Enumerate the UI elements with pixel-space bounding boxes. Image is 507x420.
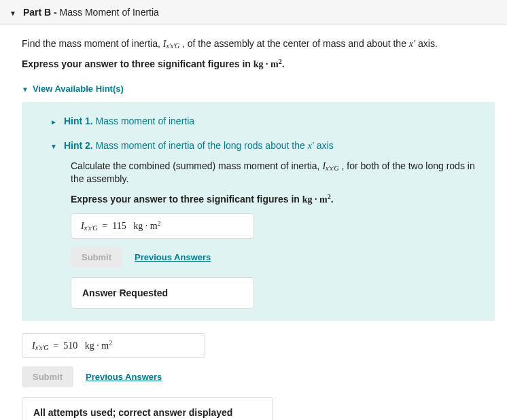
prompt-text: Find the mass moment of inertia, Ix′x′G … [22,37,495,51]
hint-2-submit-button[interactable]: Submit [71,247,122,268]
hint-2-previous-answers-link[interactable]: Previous Answers [135,252,211,262]
part-prefix: Part B - [23,7,57,18]
chevron-down-icon [50,140,57,151]
chevron-down-icon [22,84,29,94]
part-content: Find the mass moment of inertia, Ix′x′G … [0,25,507,420]
hint-2-status: Answer Requested [71,277,254,309]
prompt-pre: Find the mass moment of inertia, [22,38,163,49]
main-answer-block: Ix′x′G = 510 kg · m2 Submit Previous Ans… [22,333,495,420]
part-title: Part B - Mass Moment of Inertia [23,7,159,18]
hint-2-title: Mass moment of inertia of the long rods … [96,140,334,151]
collapse-icon [10,7,16,18]
unit-expr: kg · m2 [254,59,282,69]
hint-2-header[interactable]: Hint 2. Mass moment of inertia of the lo… [33,136,484,156]
main-answer-display: Ix′x′G = 510 kg · m2 [22,333,205,358]
prompt-post: axis. [415,38,438,49]
hint-2-direction: Express your answer to three significant… [71,193,484,207]
hint2-direction-prefix: Express your answer to three significant… [71,194,302,205]
hint-2-label: Hint 2. [64,140,93,151]
view-hints-toggle[interactable]: View Available Hint(s) [22,84,124,94]
prompt-mid: , of the assembly at the center of mass … [179,38,409,49]
main-status: All attempts used; correct answer displa… [22,397,273,420]
hint-2-answer-display: Ix′x′G = 115 kg · m2 [71,213,254,239]
hint-1-title: Mass moment of inertia [96,116,195,126]
symbol-I: Ix′x′G [322,161,338,171]
direction-prefix: Express your answer to three significant… [22,58,254,69]
hint-1-header[interactable]: Hint 1. Mass moment of inertia [33,111,484,130]
main-previous-answers-link[interactable]: Previous Answers [86,372,162,382]
part-header[interactable]: Part B - Mass Moment of Inertia [0,0,507,25]
hint2-desc-pre: Calculate the combined (summed) mass mom… [71,160,322,171]
hint-2-body: Calculate the combined (summed) mass mom… [33,156,484,309]
hints-toggle-label: View Available Hint(s) [33,84,124,94]
part-name: Mass Moment of Inertia [60,7,159,18]
chevron-right-icon [50,116,57,126]
symbol-I: Ix′x′G [163,39,179,49]
hint-1-label: Hint 1. [64,116,93,126]
direction-text: Express your answer to three significant… [22,58,495,71]
main-submit-button[interactable]: Submit [22,366,73,387]
main-answer-value: 510 [63,340,77,351]
hints-panel: Hint 1. Mass moment of inertia Hint 2. M… [22,102,495,321]
hint-2-description: Calculate the combined (summed) mass mom… [71,160,484,186]
hint-2-answer-value: 115 [112,221,126,231]
axis-var: x′ [409,39,415,49]
